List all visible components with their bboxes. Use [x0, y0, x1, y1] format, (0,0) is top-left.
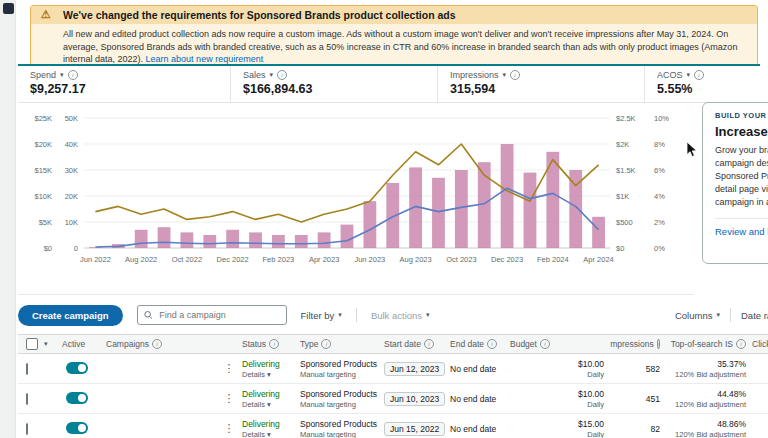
info-icon[interactable]: i	[657, 339, 660, 349]
info-icon[interactable]: i	[424, 339, 434, 349]
header-impressions[interactable]: Impressionsi	[610, 339, 666, 349]
active-toggle[interactable]	[66, 392, 88, 404]
chevron-down-icon: ▾	[338, 311, 342, 319]
svg-text:$15K: $15K	[34, 166, 52, 175]
info-icon[interactable]: i	[487, 339, 497, 349]
info-icon[interactable]: i	[321, 339, 331, 349]
table-row: ⋮ Delivering Details ▾ Sponsored Product…	[18, 354, 768, 384]
header-type[interactable]: Typei	[300, 339, 384, 349]
info-icon[interactable]: i	[277, 70, 287, 80]
header-top-of-search-is[interactable]: Top-of-search ISi	[666, 339, 752, 349]
info-icon[interactable]: i	[152, 339, 162, 349]
expand-all-icon[interactable]: ▾	[44, 340, 48, 348]
header-start-date[interactable]: Start datei	[384, 339, 450, 349]
svg-text:Aug 2022: Aug 2022	[125, 255, 157, 264]
metric-acos[interactable]: ACOS ▾ i 5.55%	[645, 66, 760, 102]
metric-sales[interactable]: Sales ▾ i $166,894.63	[231, 66, 438, 102]
svg-text:$25K: $25K	[34, 114, 52, 123]
info-icon[interactable]: i	[510, 70, 520, 80]
search-input[interactable]	[157, 309, 279, 321]
chevron-down-icon[interactable]: ▾	[503, 71, 507, 79]
targeting-label: Manual targeting	[300, 370, 384, 379]
bulk-actions-dropdown[interactable]: Bulk actions ▾	[371, 310, 430, 321]
kebab-menu-icon[interactable]: ⋮	[216, 422, 242, 435]
row-checkbox[interactable]	[26, 363, 28, 375]
svg-text:Jun 2022: Jun 2022	[80, 255, 111, 264]
chevron-down-icon[interactable]: ▾	[270, 71, 274, 79]
header-active[interactable]: Active	[62, 339, 106, 349]
create-campaign-button[interactable]: Create campaign	[18, 305, 123, 326]
metric-spend[interactable]: Spend ▾ i $9,257.17	[18, 66, 231, 102]
svg-text:50K: 50K	[65, 114, 78, 123]
active-toggle[interactable]	[66, 422, 88, 434]
campaign-search[interactable]	[137, 305, 287, 325]
budget-cell[interactable]: $10.00 Daily	[510, 389, 610, 409]
info-icon[interactable]: i	[269, 339, 279, 349]
app-logo	[3, 3, 14, 14]
header-end-date[interactable]: End datei	[450, 339, 510, 349]
svg-text:$10K: $10K	[34, 192, 52, 201]
metric-impressions[interactable]: Impressions ▾ i 315,594	[438, 66, 645, 102]
start-date-field[interactable]: Jun 10, 2023	[384, 392, 445, 406]
details-dropdown[interactable]: Details ▾	[242, 400, 300, 409]
chevron-down-icon[interactable]: ▾	[60, 71, 64, 79]
svg-text:Dec 2023: Dec 2023	[491, 255, 523, 264]
active-toggle[interactable]	[66, 362, 88, 374]
review-and-launch-link[interactable]: Review and launch	[715, 218, 768, 237]
svg-text:Apr 2023: Apr 2023	[309, 255, 339, 264]
row-checkbox[interactable]	[26, 423, 28, 435]
svg-text:4%: 4%	[654, 192, 665, 201]
collapsed-nav-rail[interactable]	[0, 0, 16, 438]
start-date-field[interactable]: Jun 15, 2022	[384, 422, 445, 436]
date-range-dropdown[interactable]: Date range	[741, 310, 768, 321]
status-label: Delivering	[242, 419, 300, 429]
info-icon[interactable]: i	[736, 339, 746, 349]
header-budget[interactable]: Budgeti	[510, 339, 610, 349]
budget-cell[interactable]: $10.00 Daily	[510, 359, 610, 379]
header-status[interactable]: Statusi	[242, 339, 300, 349]
banner-learn-more-link[interactable]: Learn about new requirement	[146, 54, 264, 64]
svg-text:$500: $500	[616, 218, 633, 227]
promo-text-line: Sponsored Produc	[715, 170, 768, 183]
info-icon[interactable]: i	[540, 339, 550, 349]
svg-text:0: 0	[74, 244, 78, 253]
end-date-cell[interactable]: No end date	[450, 364, 510, 374]
search-icon	[144, 310, 153, 320]
info-icon[interactable]: i	[694, 70, 704, 80]
end-date-cell[interactable]: No end date	[450, 424, 510, 434]
filter-by-dropdown[interactable]: Filter by ▾	[301, 310, 342, 321]
status-cell: Delivering Details ▾	[242, 389, 300, 409]
header-campaigns[interactable]: Campaignsi	[106, 339, 216, 349]
budget-cell[interactable]: $15.00 Daily	[510, 419, 610, 438]
details-dropdown[interactable]: Details ▾	[242, 370, 300, 379]
select-all-checkbox[interactable]	[26, 338, 38, 350]
kebab-menu-icon[interactable]: ⋮	[216, 392, 242, 405]
svg-text:10K: 10K	[65, 218, 78, 227]
performance-chart-panel: $00$00%$5K10K$5002%$10K20K$1K4%$15K30K$1…	[18, 102, 694, 295]
info-icon[interactable]: i	[68, 70, 78, 80]
targeting-label: Manual targeting	[300, 430, 384, 438]
kebab-menu-icon[interactable]: ⋮	[216, 362, 242, 375]
chevron-down-icon[interactable]: ▾	[687, 71, 691, 79]
end-date-cell[interactable]: No end date	[450, 394, 510, 404]
targeting-label: Manual targeting	[300, 400, 384, 409]
promo-text-line: detail page views. T	[715, 183, 768, 196]
top-of-search-cell: 48.86% 120% Bid adjustment	[666, 419, 752, 438]
svg-text:2%: 2%	[654, 218, 665, 227]
row-checkbox[interactable]	[26, 393, 28, 405]
columns-dropdown[interactable]: Columns ▾	[675, 310, 720, 321]
promo-kicker: BUILD YOUR BRAND	[715, 111, 768, 120]
svg-text:10%: 10%	[654, 114, 669, 123]
status-label: Delivering	[242, 389, 300, 399]
details-dropdown[interactable]: Details ▾	[242, 430, 300, 438]
start-date-field[interactable]: Jun 12, 2023	[384, 362, 445, 376]
type-label: Sponsored Products	[300, 389, 384, 399]
table-header-row: ▾ Active Campaignsi Statusi Typei Start …	[18, 334, 768, 354]
svg-text:20K: 20K	[65, 192, 78, 201]
svg-text:8%: 8%	[654, 140, 665, 149]
campaign-manager-page: ⚠ We've changed the requirements for Spo…	[0, 0, 768, 438]
campaign-toolbar: Create campaign Filter by ▾ Bulk actions…	[18, 302, 768, 328]
chevron-down-icon: ▾	[716, 311, 720, 319]
header-clicks[interactable]: Clicks	[752, 339, 768, 349]
svg-text:$1K: $1K	[616, 192, 629, 201]
